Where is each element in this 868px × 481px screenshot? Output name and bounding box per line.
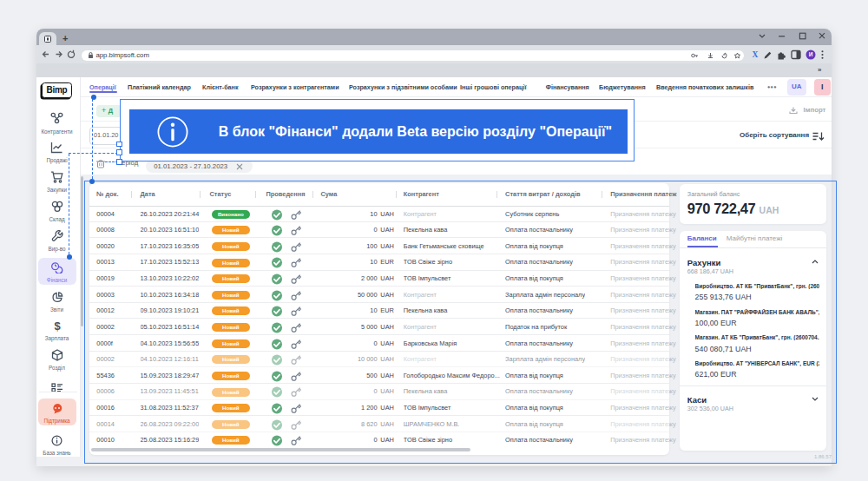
svg-text:X: X [753,50,759,59]
svg-text:И: И [809,51,813,57]
svg-text:$: $ [54,320,61,332]
